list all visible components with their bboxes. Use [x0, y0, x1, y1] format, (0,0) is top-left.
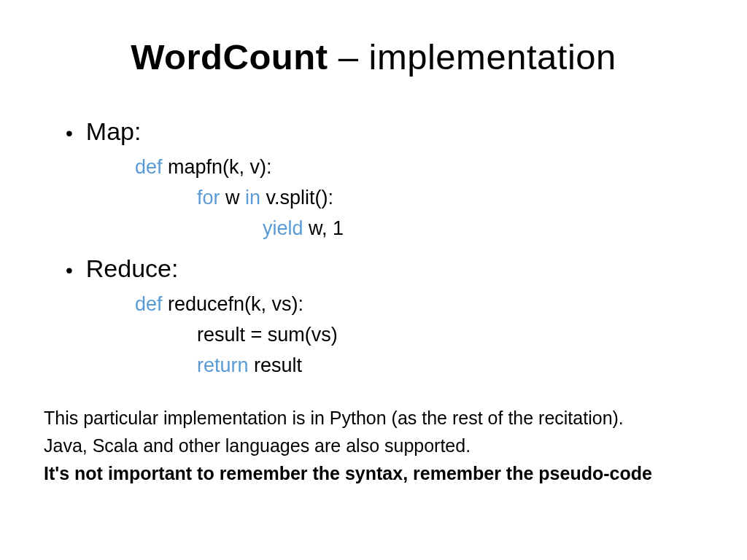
bullet-reduce: • Reduce: — [66, 254, 703, 284]
slide-content: • Map: def mapfn(k, v): for w in v.split… — [44, 117, 703, 381]
code-text: result = sum(vs) — [197, 324, 338, 346]
bullet-icon: • — [66, 257, 73, 284]
footer-line-2: Java, Scala and other languages are also… — [44, 432, 703, 459]
reduce-code-block: def reducefn(k, vs): result = sum(vs) re… — [135, 289, 703, 381]
bullet-icon: • — [66, 120, 73, 147]
code-line: def reducefn(k, vs): — [135, 289, 703, 320]
code-line: return result — [197, 351, 703, 381]
slide-title: WordCount – implementation — [44, 36, 703, 77]
map-label: Map: — [86, 117, 142, 146]
code-text: w — [220, 187, 246, 209]
code-line: result = sum(vs) — [197, 320, 703, 351]
reduce-label: Reduce: — [86, 254, 179, 283]
title-bold: WordCount — [131, 37, 328, 77]
code-text: mapfn(k, v): — [163, 156, 272, 178]
keyword-def: def — [135, 156, 163, 178]
keyword-def: def — [135, 293, 163, 315]
code-text: v.split(): — [260, 187, 333, 209]
bullet-map: • Map: — [66, 117, 703, 147]
code-text: reducefn(k, vs): — [163, 293, 304, 315]
keyword-return: return — [197, 354, 249, 376]
code-text: w, 1 — [303, 217, 344, 239]
keyword-yield: yield — [263, 217, 303, 239]
keyword-for: for — [197, 187, 220, 209]
footer-notes: This particular implementation is in Pyt… — [44, 405, 703, 487]
footer-line-1: This particular implementation is in Pyt… — [44, 405, 703, 431]
title-rest: – implementation — [328, 37, 616, 77]
keyword-in: in — [245, 187, 260, 209]
code-line: for w in v.split(): — [197, 183, 703, 214]
footer-line-3: It's not important to remember the synta… — [44, 460, 703, 486]
code-line: yield w, 1 — [263, 214, 703, 244]
code-line: def mapfn(k, v): — [135, 152, 703, 183]
code-text: result — [249, 354, 303, 376]
map-code-block: def mapfn(k, v): for w in v.split(): yie… — [135, 152, 703, 244]
